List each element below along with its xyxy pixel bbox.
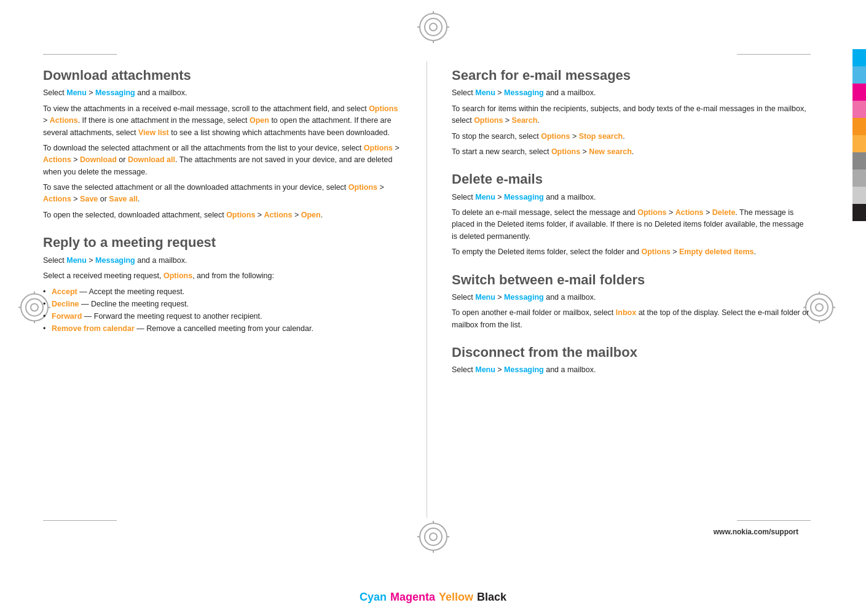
inbox-link: Inbox [616,308,636,317]
cmyk-cyan-label: Cyan [360,591,387,604]
messaging-link-5: Messaging [504,293,544,302]
options-link-9: Options [637,208,666,217]
forward-link: Forward [52,312,82,321]
lighter-gray-swatch [852,187,866,204]
options-link-7: Options [541,132,570,141]
messaging-link-3: Messaging [504,88,544,97]
content-area: Download attachments Select Menu > Messa… [43,61,811,518]
magenta-swatch [852,84,866,101]
open-link-1: Open [250,116,269,125]
para-search-body: To search for items within the recipient… [452,103,811,127]
open-link-2: Open [301,211,321,219]
rule-top-left [43,54,117,55]
para-delete-body: To delete an e-mail message, select the … [452,207,811,243]
svg-point-7 [420,523,447,550]
delete-link: Delete [712,208,736,217]
list-item-accept: Accept — Accept the meeting request. [43,286,402,298]
rule-top-right [737,54,811,55]
save-all-link: Save all [109,195,138,203]
section-reply-meeting: Reply to a meeting request Select Menu >… [43,235,402,335]
svg-point-23 [816,303,823,311]
search-link: Search [512,116,538,125]
meeting-options-list: Accept — Accept the meeting request. Dec… [43,286,402,335]
cmyk-magenta-label: Magenta [390,591,435,604]
options-link-1: Options [369,104,398,113]
options-link-10: Options [642,248,671,256]
heading-search-email: Search for e-mail messages [452,68,811,84]
actions-link-2: Actions [43,155,71,164]
heading-reply-meeting: Reply to a meeting request [43,235,402,251]
svg-point-2 [430,23,437,31]
para-meeting-select: Select a received meeting request, Optio… [43,270,402,282]
new-search-link: New search [589,147,631,156]
options-link-8: Options [551,147,580,156]
messaging-link-4: Messaging [504,193,544,201]
light-cyan-swatch [852,66,866,84]
right-column: Search for e-mail messages Select Menu >… [427,61,811,518]
svg-point-22 [811,298,828,316]
section-search-email: Search for e-mail messages Select Menu >… [452,68,811,158]
light-magenta-swatch [852,101,866,118]
bottom-circle-icon [417,521,449,555]
footer-url: www.nokia.com/support [714,528,798,536]
heading-disconnect: Disconnect from the mailbox [452,345,811,361]
para-meeting-intro: Select Menu > Messaging and a mailbox. [43,255,402,267]
heading-switch-folders: Switch between e-mail folders [452,272,811,288]
para-new-search: To start a new search, select Options > … [452,146,811,158]
color-swatches [852,49,866,221]
page-wrapper: Download attachments Select Menu > Messa… [0,0,866,616]
svg-point-9 [430,533,437,540]
para-switch-intro: Select Menu > Messaging and a mailbox. [452,292,811,303]
section-delete-email: Delete e-mails Select Menu > Messaging a… [452,171,811,258]
options-link-6: Options [474,116,503,125]
section-disconnect: Disconnect from the mailbox Select Menu … [452,345,811,376]
black-swatch [852,204,866,221]
section-download-attachments: Download attachments Select Menu > Messa… [43,68,402,221]
options-link-3: Options [348,183,377,192]
para-stop-search: To stop the search, select Options > Sto… [452,131,811,142]
actions-link-5: Actions [675,208,704,217]
menu-link-6: Menu [475,365,495,374]
empty-deleted-link: Empty deleted items [679,248,754,256]
accept-link: Accept [52,287,77,296]
options-link-4: Options [226,211,255,219]
list-item-decline: Decline — Decline the meeting request. [43,298,402,310]
svg-point-16 [31,303,38,311]
para-download-intro: Select Menu > Messaging and a mailbox. [43,87,402,99]
actions-link-3: Actions [43,195,71,203]
para-search-intro: Select Menu > Messaging and a mailbox. [452,87,811,99]
save-link: Save [80,195,98,203]
rule-bottom-left [43,520,117,521]
left-column: Download attachments Select Menu > Messa… [43,61,427,518]
options-link-2: Options [364,144,393,152]
list-item-forward: Forward — Forward the meeting request to… [43,310,402,322]
menu-link-1: Menu [66,88,87,97]
decline-link: Decline [52,300,79,308]
para-switch-body: To open another e-mail folder or mailbox… [452,307,811,331]
para-save-attachment: To save the selected attachment or all t… [43,182,402,206]
svg-point-1 [425,18,442,36]
para-download-list: To download the selected attachment or a… [43,142,402,178]
menu-link-4: Menu [475,193,495,201]
yellow-swatch [852,118,866,135]
top-circle-icon [417,11,449,45]
light-gray-swatch [852,170,866,187]
svg-point-8 [425,528,442,545]
svg-point-0 [420,14,447,41]
svg-point-15 [26,298,43,316]
messaging-link-1: Messaging [95,88,135,97]
menu-link-2: Menu [66,256,87,265]
para-open-attachment: To open the selected, downloaded attachm… [43,209,402,221]
section-switch-folders: Switch between e-mail folders Select Men… [452,272,811,332]
menu-link-5: Menu [475,293,495,302]
messaging-link-2: Messaging [95,256,135,265]
download-all-link: Download all [128,155,175,164]
messaging-link-6: Messaging [504,365,544,374]
view-list-link: View list [138,128,169,137]
remove-calendar-link: Remove from calendar [52,324,135,333]
cmyk-yellow-label: Yellow [439,591,473,604]
light-yellow-swatch [852,135,866,152]
para-empty-deleted: To empty the Deleted items folder, selec… [452,246,811,258]
cmyk-bar: Cyan Magenta Yellow Black [360,591,506,604]
heading-delete-email: Delete e-mails [452,171,811,187]
